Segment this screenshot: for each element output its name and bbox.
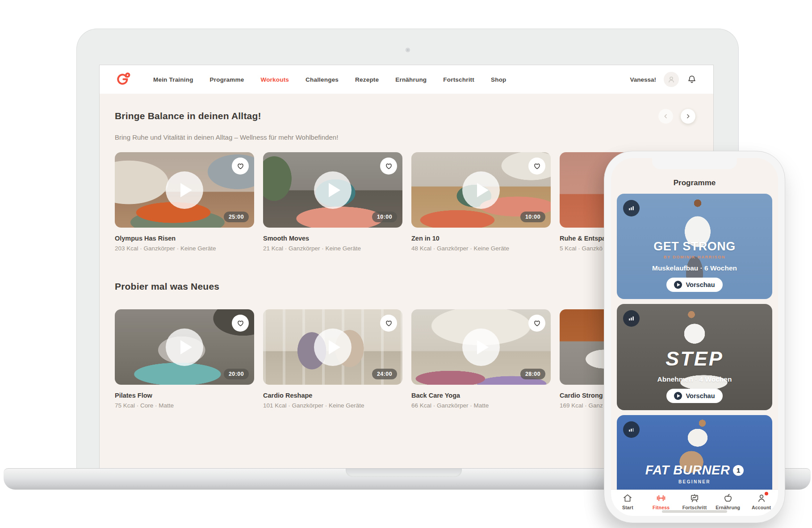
account-icon (756, 493, 767, 503)
workout-meta: 48 Kcal · Ganzkörper · Keine Geräte (411, 245, 551, 252)
difficulty-badge (623, 310, 640, 327)
chevron-left-icon (662, 113, 669, 120)
favorite-button[interactable] (528, 158, 545, 175)
play-icon[interactable] (314, 171, 352, 209)
carousel-prev-button[interactable] (658, 109, 673, 124)
play-icon[interactable] (462, 328, 500, 366)
tab-label: Start (622, 505, 633, 510)
nav-links: Mein Training Programme Workouts Challen… (153, 76, 506, 83)
level-bars-icon (628, 315, 635, 322)
nav-item-shop[interactable]: Shop (491, 76, 506, 83)
tab-label: Fortschritt (682, 505, 707, 510)
carousel-next-button[interactable] (681, 109, 695, 124)
workout-card[interactable]: 20:00 Pilates Flow 75 Kcal · Core · Matt… (115, 309, 254, 409)
workout-title: Smooth Moves (263, 235, 402, 242)
program-number-badge: 1 (733, 465, 744, 476)
workout-meta: 101 Kcal · Ganzkörper · Keine Geräte (263, 402, 402, 409)
program-card-fat-burner[interactable]: FAT BURNER 1 BEGINNER (617, 415, 772, 490)
dumbbell-icon (656, 493, 666, 503)
favorite-button[interactable] (528, 315, 545, 332)
apple-icon (723, 493, 733, 503)
phone-screen: Programme GET STRONG BY DOMINIK HARRISON… (611, 158, 778, 516)
nav-item-programme[interactable]: Programme (210, 76, 244, 83)
preview-button[interactable]: Vorschau (666, 389, 722, 403)
workout-thumbnail[interactable]: 25:00 (115, 152, 254, 228)
avatar[interactable] (664, 72, 679, 87)
favorite-button[interactable] (380, 315, 397, 332)
duration-badge: 20:00 (224, 369, 249, 379)
heart-icon (385, 162, 393, 170)
program-level: BEGINNER (678, 479, 711, 484)
play-icon (674, 392, 682, 400)
level-bars-icon (628, 204, 635, 212)
heart-icon (236, 162, 245, 170)
duration-badge: 10:00 (372, 212, 397, 222)
difficulty-badge (623, 200, 640, 216)
workout-title: Zen in 10 (411, 235, 551, 242)
workout-card[interactable]: 24:00 Cardio Reshape 101 Kcal · Ganzkörp… (263, 309, 402, 409)
tab-account[interactable]: Account (745, 493, 778, 516)
section-title: Bringe Balance in deinen Alltag! (115, 111, 261, 121)
phone-page-title: Programme (611, 179, 778, 187)
workout-thumbnail[interactable]: 24:00 (263, 309, 402, 385)
preview-label: Vorschau (686, 281, 715, 288)
workout-meta: 203 Kcal · Ganzkörper · Keine Geräte (115, 245, 254, 252)
program-card-step[interactable]: STEP Abnehmen · 4 Wochen Vorschau (617, 304, 772, 410)
workout-card[interactable]: 25:00 Olympus Has Risen 203 Kcal · Ganzk… (115, 152, 254, 252)
favorite-button[interactable] (232, 158, 249, 175)
play-icon[interactable] (462, 171, 500, 209)
home-indicator[interactable] (662, 510, 727, 513)
workout-meta: 66 Kcal · Ganzkörper · Matte (411, 402, 551, 409)
program-card-get-strong[interactable]: GET STRONG BY DOMINIK HARRISON Muskelauf… (617, 194, 772, 299)
favorite-button[interactable] (232, 315, 249, 332)
nav-item-ernaehrung[interactable]: Ernährung (395, 76, 427, 83)
workout-title: Back Care Yoga (411, 392, 551, 399)
workout-thumbnail[interactable]: 28:00 (411, 309, 551, 385)
tab-label: Account (752, 505, 771, 510)
workout-title: Cardio Reshape (263, 392, 402, 399)
program-name: FAT BURNER 1 (645, 463, 744, 478)
play-icon[interactable] (314, 328, 352, 366)
laptop-thumb-notch (346, 469, 462, 477)
progress-chart-icon (689, 493, 700, 503)
workout-thumbnail[interactable]: 10:00 (411, 152, 551, 228)
nav-item-workouts[interactable]: Workouts (260, 76, 289, 83)
play-icon (674, 281, 682, 289)
phone-notch (652, 158, 737, 169)
program-list: GET STRONG BY DOMINIK HARRISON Muskelauf… (611, 187, 778, 490)
duration-badge: 24:00 (372, 369, 397, 379)
nav-item-rezepte[interactable]: Rezepte (355, 76, 379, 83)
workout-card[interactable]: 10:00 Smooth Moves 21 Kcal · Ganzkörper … (263, 152, 402, 252)
workout-thumbnail[interactable]: 20:00 (115, 309, 254, 385)
nav-item-mein-training[interactable]: Mein Training (153, 76, 193, 83)
section-subtitle: Bring Ruhe und Vitalität in deinen Allta… (115, 133, 698, 141)
heart-icon (533, 162, 541, 170)
top-nav: Mein Training Programme Workouts Challen… (100, 65, 713, 94)
bell-icon[interactable] (686, 74, 697, 85)
home-icon (622, 493, 633, 503)
tab-label: Fitness (653, 505, 670, 510)
workout-card[interactable]: 28:00 Back Care Yoga 66 Kcal · Ganzkörpe… (411, 309, 551, 409)
preview-button[interactable]: Vorschau (666, 278, 722, 292)
phone-mockup: Programme GET STRONG BY DOMINIK HARRISON… (604, 151, 785, 523)
preview-label: Vorschau (686, 392, 715, 399)
workout-thumbnail[interactable]: 10:00 (263, 152, 402, 228)
workout-meta: 75 Kcal · Core · Matte (115, 402, 254, 409)
gymondo-logo-icon[interactable] (112, 69, 133, 90)
duration-badge: 28:00 (520, 369, 545, 379)
heart-icon (236, 319, 245, 328)
program-trainer: BY DOMINIK HARRISON (664, 255, 726, 259)
user-greeting: Vanessa! (630, 76, 656, 83)
section-title: Probier mal was Neues (115, 281, 219, 292)
program-name: GET STRONG (653, 240, 736, 254)
tab-start[interactable]: Start (611, 493, 645, 516)
play-icon[interactable] (166, 328, 203, 366)
nav-right-cluster: Vanessa! (630, 72, 697, 87)
workout-card[interactable]: 10:00 Zen in 10 48 Kcal · Ganzkörper · K… (411, 152, 551, 252)
person-icon (667, 75, 676, 84)
nav-item-fortschritt[interactable]: Fortschritt (443, 76, 474, 83)
nav-item-challenges[interactable]: Challenges (306, 76, 339, 83)
play-icon[interactable] (166, 171, 203, 209)
program-meta: Abnehmen · 4 Wochen (657, 375, 732, 383)
favorite-button[interactable] (380, 158, 397, 175)
